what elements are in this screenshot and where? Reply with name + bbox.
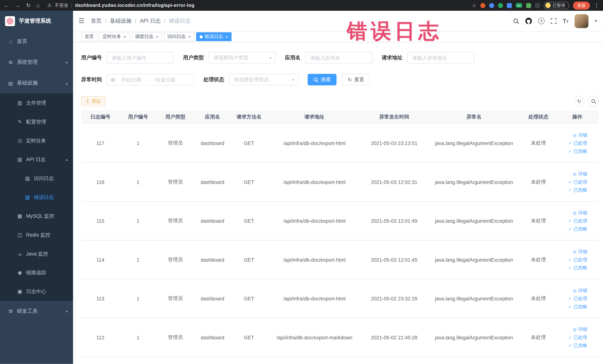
close-icon[interactable]: × <box>123 34 126 39</box>
breadcrumb-item[interactable]: 首页 <box>91 17 102 24</box>
extension-icon[interactable] <box>535 3 540 8</box>
sidebar-item-home[interactable]: ⌂ 首页 <box>0 31 73 52</box>
request-url-input[interactable] <box>407 52 474 63</box>
sidebar-item-dev-tools[interactable]: ⚒ 研发工具 ▾ <box>0 301 73 322</box>
extension-icon[interactable] <box>526 3 531 8</box>
extension-icon[interactable] <box>489 3 494 8</box>
mark-ignored-link[interactable]: ✓已忽略 <box>568 148 587 154</box>
tab-scheduled-jobs[interactable]: 定时任务 × <box>99 32 129 41</box>
address-bar[interactable]: ⚠ 不安全 dashboard.yudao.iocoder.cn/infra/l… <box>47 2 195 9</box>
url-text[interactable]: dashboard.yudao.iocoder.cn/infra/log/api… <box>75 3 195 8</box>
processed-label: 已处理 <box>573 179 587 185</box>
sidebar-item-java-monitor[interactable]: ☕ Java 监控 <box>0 244 73 263</box>
detail-link[interactable]: ◎详细 <box>573 210 587 216</box>
cell-exception-name: java.lang.IllegalArgumentException <box>427 335 521 340</box>
app-logo[interactable]: 芋道管理系统 <box>0 11 73 31</box>
export-button[interactable]: ↥ 导出 <box>81 96 105 106</box>
mark-ignored-link[interactable]: ✓已忽略 <box>568 342 587 349</box>
mark-processed-link[interactable]: ✓已处理 <box>568 140 587 146</box>
calendar-icon: ▦ <box>111 77 115 82</box>
reload-icon[interactable]: ↻ <box>26 2 31 8</box>
tab-error-log[interactable]: 错误日志 × <box>196 32 232 41</box>
user-avatar[interactable] <box>575 14 589 28</box>
close-icon[interactable]: × <box>156 34 159 39</box>
tab-access-log[interactable]: 访问日志 × <box>164 32 194 41</box>
sidebar-item-system-management[interactable]: ⚙ 系统管理 ▾ <box>0 52 73 73</box>
detail-link[interactable]: ◎详细 <box>573 132 587 138</box>
close-icon[interactable]: × <box>188 34 191 39</box>
cell-log-id: 113 <box>81 295 120 301</box>
start-date-input[interactable] <box>116 77 146 82</box>
browser-chrome: ← → ↻ ⌂ ⚠ 不安全 dashboard.yudao.iocoder.cn… <box>0 0 603 11</box>
sidebar-item-api-logs[interactable]: ▧ API 日志 ▴ <box>0 150 73 169</box>
sidebar-item-label: 研发工具 <box>17 308 38 315</box>
breadcrumb-separator: / <box>105 18 107 24</box>
mark-ignored-link[interactable]: ✓已忽略 <box>568 303 587 310</box>
browser-update-button[interactable]: 更新 <box>573 1 590 10</box>
extension-icon[interactable] <box>498 3 503 8</box>
fullscreen-icon[interactable] <box>551 18 557 24</box>
forward-icon[interactable]: → <box>15 2 20 8</box>
browser-menu-icon[interactable]: ⋮ <box>594 2 599 8</box>
search-toggle-button[interactable] <box>588 96 599 107</box>
tab-label: 定时任务 <box>103 33 121 40</box>
sidebar-item-file-management[interactable]: ▥ 文件管理 <box>0 94 73 112</box>
breadcrumb-item[interactable]: 基础设施 <box>110 17 131 24</box>
mark-ignored-link[interactable]: ✓已忽略 <box>568 264 587 271</box>
mark-processed-link[interactable]: ✓已处理 <box>568 257 587 263</box>
browser-home-icon[interactable]: ⌂ <box>36 2 40 8</box>
mark-processed-link[interactable]: ✓已处理 <box>568 295 587 302</box>
process-status-select[interactable]: 请选择处理状态 ▾ <box>229 74 299 85</box>
mark-ignored-link[interactable]: ✓已忽略 <box>568 226 587 232</box>
sidebar-item-access-log[interactable]: ▨ 访问日志 <box>0 169 73 188</box>
sidebar-item-error-log[interactable]: ▧ 错误日志 <box>0 188 73 207</box>
check-icon: ✓ <box>568 141 572 146</box>
mark-ignored-link[interactable]: ✓已忽略 <box>568 187 587 193</box>
extension-icon[interactable] <box>480 3 485 8</box>
sidebar-item-scheduled-jobs[interactable]: ◷ 定时任务 <box>0 131 73 150</box>
cell-app-name: dashboard <box>194 140 231 146</box>
sidebar-item-config-management[interactable]: ✎ 配置管理 <box>0 112 73 131</box>
filter-row-1: 用户编号 用户类型 请选择用户类型 ▾ 应用名 请求地址 <box>81 52 599 63</box>
close-icon[interactable]: × <box>225 34 228 39</box>
detail-link[interactable]: ◎详细 <box>573 287 587 294</box>
bookmark-star-icon[interactable]: ☆ <box>472 2 476 8</box>
hamburger-icon[interactable]: ☰ <box>78 17 84 25</box>
back-icon[interactable]: ← <box>4 2 9 8</box>
address-divider <box>71 3 72 8</box>
sidebar-item-infrastructure[interactable]: ▤ 基础设施 ▴ <box>0 73 73 94</box>
detail-link[interactable]: ◎详细 <box>573 248 587 255</box>
font-size-icon[interactable]: TT <box>563 18 569 24</box>
help-icon[interactable]: ? <box>538 18 545 24</box>
tab-schedule-log[interactable]: 调度日志 × <box>132 32 162 41</box>
sidebar-item-label: 文件管理 <box>26 99 46 106</box>
sidebar-item-redis-monitor[interactable]: ◫ Redis 监控 <box>0 225 73 244</box>
sidebar-item-mysql-monitor[interactable]: ▦ MySQL 监控 <box>0 207 73 225</box>
date-range-picker[interactable]: ▦ - <box>107 74 194 85</box>
mark-processed-link[interactable]: ✓已处理 <box>568 179 587 185</box>
profile-paused-badge[interactable]: 已暂停 <box>544 2 569 9</box>
search-button[interactable]: 搜索 <box>308 74 337 85</box>
breadcrumb-item[interactable]: API 日志 <box>140 17 161 24</box>
extension-on-badge[interactable]: on <box>516 3 522 8</box>
user-type-select[interactable]: 请选择用户类型 ▾ <box>208 52 276 63</box>
search-icon[interactable] <box>513 18 519 24</box>
cell-request-url: /api/infra/db-doc/export-markdown <box>267 335 361 340</box>
mark-processed-link[interactable]: ✓已处理 <box>568 218 587 224</box>
sidebar-item-log-center[interactable]: ▣ 日志中心 <box>0 282 73 301</box>
tab-home[interactable]: 首页 <box>81 32 97 41</box>
avatar-caret-icon[interactable]: ▾ <box>595 19 597 23</box>
detail-link[interactable]: ◎详细 <box>573 326 587 332</box>
github-icon[interactable] <box>525 18 532 24</box>
exception-time-label: 异常时间 <box>81 76 102 83</box>
app-name-input[interactable] <box>305 52 372 63</box>
user-id-input[interactable] <box>107 52 174 63</box>
detail-link[interactable]: ◎详细 <box>573 171 587 177</box>
end-date-input[interactable] <box>151 77 180 82</box>
mark-processed-link[interactable]: ✓已处理 <box>568 334 587 341</box>
page-content: 用户编号 用户类型 请选择用户类型 ▾ 应用名 请求地址 <box>73 42 603 357</box>
refresh-circle-button[interactable]: ↻ <box>574 96 584 107</box>
sidebar-item-trace[interactable]: ◉ 链路追踪 <box>0 263 73 282</box>
reset-button[interactable]: ↻ 重置 <box>342 74 370 85</box>
extension-icon[interactable] <box>507 3 512 8</box>
